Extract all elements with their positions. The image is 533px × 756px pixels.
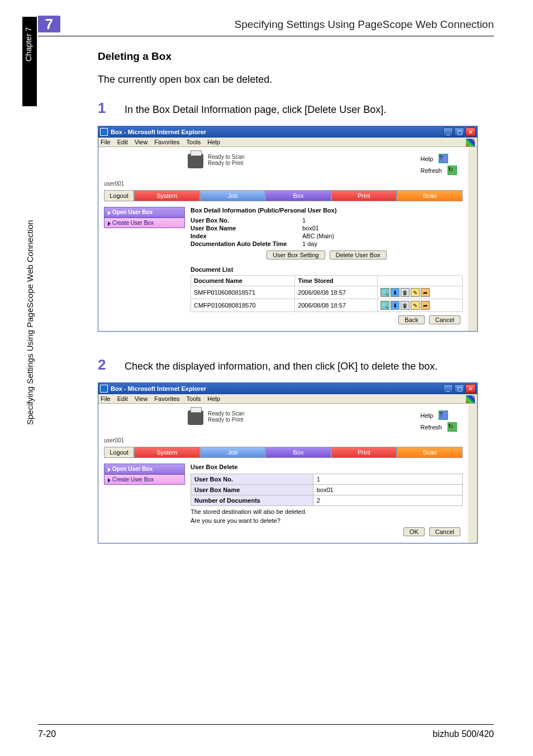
ie-flag-icon bbox=[466, 139, 475, 147]
tab-scan[interactable]: Scan bbox=[397, 447, 463, 458]
refresh-link[interactable]: Refresh bbox=[420, 424, 442, 431]
status-scan: Ready to Scan bbox=[208, 410, 245, 417]
minimize-button[interactable]: _ bbox=[443, 127, 453, 136]
ie-flag-icon bbox=[466, 395, 475, 403]
close-button[interactable]: ✕ bbox=[465, 384, 475, 393]
help-link[interactable]: Help bbox=[420, 155, 433, 162]
download-icon[interactable]: ⬇ bbox=[391, 288, 399, 297]
user-label: user001 bbox=[104, 181, 463, 187]
del-v1: 1 bbox=[313, 474, 462, 485]
document-list-table: Document Name Time Stored SMFP0106080818… bbox=[191, 275, 463, 312]
step-1-text: In the Box Detail Information page, clic… bbox=[125, 104, 494, 116]
table-row: CMFP0106080818570 2006/08/08 18:57 🔍 ⬇ 🗑… bbox=[191, 299, 463, 312]
trash-icon[interactable]: 🗑 bbox=[401, 301, 410, 310]
sidebar-open-user-box[interactable]: Open User Box bbox=[104, 464, 185, 474]
tab-print[interactable]: Print bbox=[331, 447, 397, 458]
ie-title-2: Box - Microsoft Internet Explorer bbox=[111, 385, 443, 392]
menu-view[interactable]: View bbox=[135, 139, 148, 145]
tab-system[interactable]: System bbox=[134, 190, 200, 201]
menu-tools[interactable]: Tools bbox=[187, 395, 201, 402]
menu-favorites[interactable]: Favorites bbox=[154, 139, 179, 145]
delete-note-1: The stored destination will also be dele… bbox=[191, 508, 463, 515]
detail-v2: box01 bbox=[302, 225, 463, 231]
tab-box[interactable]: Box bbox=[265, 447, 331, 458]
maximize-button[interactable]: ▢ bbox=[454, 127, 464, 136]
del-v2: box01 bbox=[313, 485, 462, 495]
ok-button[interactable]: OK bbox=[403, 527, 425, 536]
help-icon[interactable]: ? bbox=[439, 154, 448, 163]
menu-help[interactable]: Help bbox=[207, 139, 220, 145]
logout-button[interactable]: Logout bbox=[104, 447, 134, 458]
tab-scan[interactable]: Scan bbox=[397, 190, 463, 201]
delete-note-2: Are you sure you want to delete? bbox=[191, 517, 463, 524]
trash-icon[interactable]: 🗑 bbox=[401, 288, 410, 297]
menu-edit[interactable]: Edit bbox=[117, 139, 128, 145]
download-icon[interactable]: ⬇ bbox=[391, 301, 399, 310]
maximize-button[interactable]: ▢ bbox=[454, 384, 464, 393]
help-icon[interactable]: ? bbox=[439, 410, 448, 420]
help-link[interactable]: Help bbox=[420, 412, 433, 419]
ie-window-detail: Box - Microsoft Internet Explorer _ ▢ ✕ … bbox=[98, 126, 478, 332]
sidebar-open-user-box[interactable]: Open User Box bbox=[104, 207, 185, 218]
status-print: Ready to Print bbox=[208, 160, 245, 166]
detail-k1: User Box No. bbox=[191, 217, 302, 224]
ie-icon bbox=[100, 128, 108, 136]
menu-file[interactable]: File bbox=[101, 395, 111, 402]
del-k2: User Box Name bbox=[191, 485, 313, 495]
intro-text: The currently open box can be deleted. bbox=[98, 73, 494, 86]
detail-v3: ABC (Main) bbox=[302, 233, 463, 239]
tab-print[interactable]: Print bbox=[331, 190, 397, 201]
back-button[interactable]: Back bbox=[398, 315, 424, 324]
sidebar-create-user-box[interactable]: Create User Box bbox=[104, 474, 185, 485]
footer-page-number: 7-20 bbox=[38, 729, 56, 739]
menu-file[interactable]: File bbox=[101, 139, 111, 145]
menu-tools[interactable]: Tools bbox=[187, 139, 201, 145]
cancel-button[interactable]: Cancel bbox=[429, 527, 460, 536]
section-heading: Deleting a Box bbox=[98, 50, 494, 63]
menu-favorites[interactable]: Favorites bbox=[154, 395, 179, 402]
ie-menu-bar-2: File Edit View Favorites Tools Help bbox=[98, 394, 477, 404]
close-button[interactable]: ✕ bbox=[465, 127, 475, 136]
detail-k2: User Box Name bbox=[191, 225, 302, 231]
cancel-button[interactable]: Cancel bbox=[429, 315, 460, 324]
sidebar-create-user-box[interactable]: Create User Box bbox=[104, 218, 185, 228]
status-scan: Ready to Scan bbox=[208, 154, 245, 160]
step-2-number: 2 bbox=[98, 356, 125, 374]
minimize-button[interactable]: _ bbox=[443, 384, 453, 393]
view-icon[interactable]: 🔍 bbox=[380, 288, 389, 297]
refresh-icon[interactable]: ↻ bbox=[448, 422, 457, 432]
tab-system[interactable]: System bbox=[134, 447, 200, 458]
detail-title: Box Detail Information (Public/Personal … bbox=[191, 207, 463, 214]
menu-view[interactable]: View bbox=[135, 395, 148, 402]
printer-icon bbox=[188, 154, 203, 168]
logout-button[interactable]: Logout bbox=[104, 190, 134, 201]
send-icon[interactable]: ➦ bbox=[421, 288, 430, 297]
refresh-link[interactable]: Refresh bbox=[420, 167, 442, 174]
user-label: user001 bbox=[104, 437, 463, 443]
tab-box[interactable]: Box bbox=[265, 190, 331, 201]
doc-name-2: CMFP0106080818570 bbox=[191, 299, 295, 312]
edit-icon[interactable]: ✎ bbox=[411, 301, 420, 310]
detail-k3: Index bbox=[191, 233, 302, 239]
menu-help[interactable]: Help bbox=[207, 395, 220, 402]
refresh-icon[interactable]: ↻ bbox=[448, 166, 457, 175]
delete-info-table: User Box No.1 User Box Namebox01 Number … bbox=[191, 474, 463, 506]
chapter-marker: 7 bbox=[38, 16, 60, 32]
step-1: 1 In the Box Detail Information page, cl… bbox=[98, 100, 494, 117]
step-2-text: Check the displayed information, and the… bbox=[125, 361, 494, 372]
menu-edit[interactable]: Edit bbox=[117, 395, 128, 402]
delete-title: User Box Delete bbox=[191, 464, 463, 470]
send-icon[interactable]: ➦ bbox=[421, 301, 430, 310]
tab-job[interactable]: Job bbox=[200, 447, 266, 458]
step-1-number: 1 bbox=[98, 100, 125, 117]
edit-icon[interactable]: ✎ bbox=[411, 288, 420, 297]
view-icon[interactable]: 🔍 bbox=[380, 301, 389, 310]
ie-menu-bar: File Edit View Favorites Tools Help bbox=[98, 138, 477, 147]
side-long-label: Specifying Settings Using PageScope Web … bbox=[25, 220, 35, 425]
step-2: 2 Check the displayed information, and t… bbox=[98, 356, 494, 374]
tab-job[interactable]: Job bbox=[200, 190, 266, 201]
user-box-setting-button[interactable]: User Box Setting bbox=[266, 251, 325, 259]
table-row: SMFP0106080818571 2006/08/08 18:57 🔍 ⬇ 🗑… bbox=[191, 286, 463, 299]
footer-product: bizhub 500/420 bbox=[433, 729, 494, 739]
delete-user-box-button[interactable]: Delete User Box bbox=[330, 251, 387, 259]
